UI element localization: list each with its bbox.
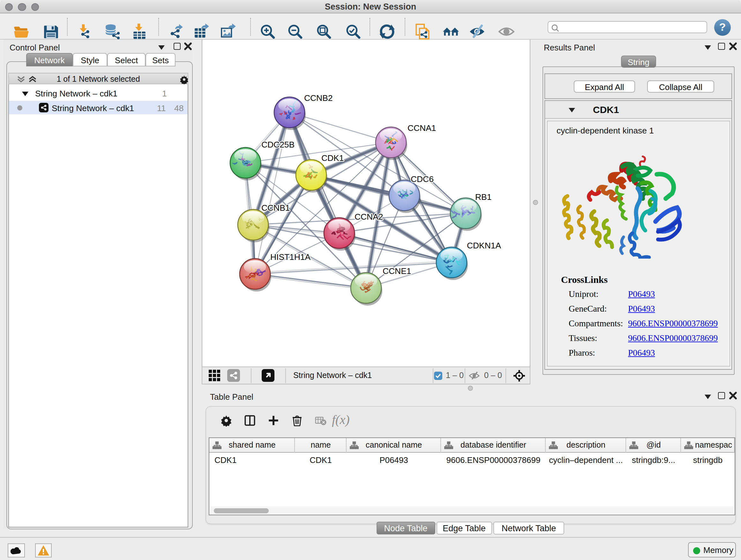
- svg-text:CDC25B: CDC25B: [261, 140, 294, 149]
- svg-text:CCNA2: CCNA2: [354, 212, 383, 222]
- svg-text:CCNE1: CCNE1: [382, 266, 411, 276]
- svg-text:CCNB1: CCNB1: [261, 203, 289, 212]
- svg-text:CCNA1: CCNA1: [407, 123, 435, 133]
- svg-text:CDK1: CDK1: [321, 153, 343, 163]
- svg-text:RB1: RB1: [475, 192, 491, 202]
- svg-text:CCNB2: CCNB2: [304, 93, 332, 103]
- svg-text:CDKN1A: CDKN1A: [467, 241, 501, 250]
- svg-text:CDC6: CDC6: [410, 174, 433, 184]
- svg-text:HIST1H1A: HIST1H1A: [270, 252, 311, 262]
